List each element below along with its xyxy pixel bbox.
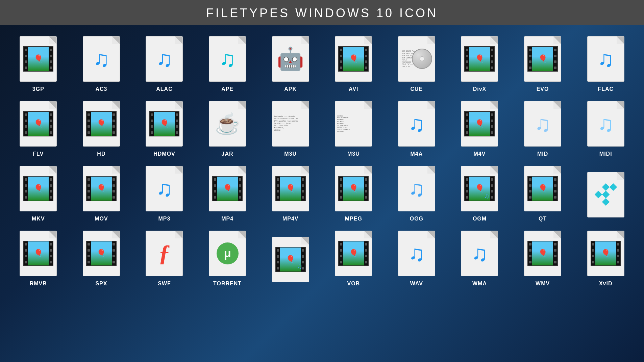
android-icon: 🤖 xyxy=(277,46,304,72)
music-note-icon: ♫ xyxy=(156,178,173,200)
icon-ac3[interactable]: ♫ AC3 xyxy=(70,30,133,95)
label-divx: DivX xyxy=(473,86,487,92)
label-mp4: MP4 xyxy=(221,216,233,222)
label-evo: EVO xyxy=(537,86,549,92)
label-alac: ALAC xyxy=(156,86,172,92)
label-mp3: MP3 xyxy=(158,216,171,222)
icon-mov[interactable]: 🎈 MOV xyxy=(70,160,133,225)
label-ac3: AC3 xyxy=(95,86,107,92)
row-2: 🎈 FLV 🎈 xyxy=(7,95,637,160)
row-4: 🎈 RMVB 🎈 xyxy=(7,225,637,289)
icon-hd[interactable]: 🎈 HD xyxy=(70,95,133,160)
label-avi: AVI xyxy=(349,86,358,92)
icon-grid: 🎈 3GP ♫ AC3 xyxy=(0,25,644,294)
label-rmvb: RMVB xyxy=(30,281,47,287)
music-note-icon: ♫ xyxy=(156,48,173,70)
icon-flac[interactable]: ♫ FLAC xyxy=(574,30,637,95)
icon-mid[interactable]: ♫ MID xyxy=(511,95,574,160)
label-jar: JAR xyxy=(222,151,233,157)
icon-evo[interactable]: 🎈 EVO xyxy=(511,30,574,95)
label-wma: WMA xyxy=(472,281,487,287)
icon-m3u[interactable]: Read media .... Generic online.accounts.… xyxy=(259,95,322,160)
label-flac: FLAC xyxy=(598,86,614,92)
page-title: FILETYPES WINDOWS 10 ICON xyxy=(0,6,644,20)
label-spx: SPX xyxy=(95,281,107,287)
label-cue: CUE xyxy=(411,86,423,92)
music-note-icon: ♫ xyxy=(597,48,614,70)
label-m3u-2: M3U xyxy=(347,151,360,157)
icon-hdmov[interactable]: 🎈 HDMOV xyxy=(133,95,196,160)
label-m4v: M4V xyxy=(474,151,486,157)
label-mkv: MKV xyxy=(32,216,45,222)
icon-mp4[interactable]: 🎈 MP4 xyxy=(196,160,259,225)
icon-ogm[interactable]: 🎈♫ OGM xyxy=(448,160,511,225)
label-qt: QT xyxy=(539,216,547,222)
icon-jar[interactable]: ☕ JAR xyxy=(196,95,259,160)
icon-mkv[interactable]: 🎈 MKV xyxy=(7,160,70,225)
label-ogm: OGM xyxy=(473,216,487,222)
music-note-icon: ♫ xyxy=(535,111,551,136)
music-note-icon: ♫ xyxy=(408,176,425,201)
label-mp4v: MP4V xyxy=(282,216,299,222)
icon-vob[interactable]: 🎈 VOB xyxy=(322,225,385,289)
icon-3gp[interactable]: 🎈 3GP xyxy=(7,30,70,95)
label-3gp: 3GP xyxy=(32,86,44,92)
icon-m4a[interactable]: ♫ M4A xyxy=(385,95,448,160)
label-xvid: XviD xyxy=(599,281,613,287)
label-ape: APE xyxy=(221,86,233,92)
icon-apk[interactable]: 🤖 APK xyxy=(259,30,322,95)
icon-m4v[interactable]: 🎈 M4V xyxy=(448,95,511,160)
icon-avi[interactable]: 🎈 AVI xyxy=(322,30,385,95)
label-m4a: M4A xyxy=(411,151,423,157)
icon-torrent[interactable]: μ TORRENT xyxy=(196,225,259,289)
music-note-icon: ♫ xyxy=(408,113,425,135)
icon-ape[interactable]: ♫ APE xyxy=(196,30,259,95)
header: FILETYPES WINDOWS 10 ICON xyxy=(0,0,644,25)
label-ogg: OGG xyxy=(410,216,423,222)
label-apk: APK xyxy=(284,86,297,92)
music-note-icon: ♫ xyxy=(408,242,425,264)
label-flv: FLV xyxy=(33,151,44,157)
icon-wmv[interactable]: 🎈 WMV xyxy=(511,225,574,289)
icon-xvid[interactable]: 🎈 XviD xyxy=(574,225,637,289)
icon-qt-diamond[interactable] xyxy=(574,160,637,225)
icon-mp3[interactable]: ♫ MP3 xyxy=(133,160,196,225)
icon-m3u2[interactable]: #EXTM3U #EXT-X-VERSION #EXTM3U2 TD:~Mixe… xyxy=(322,95,385,160)
icon-ogg[interactable]: ♫ OGG xyxy=(385,160,448,225)
icon-mp4v[interactable]: 🎈 MP4V xyxy=(259,160,322,225)
label-torrent: TORRENT xyxy=(213,281,242,287)
icon-spx[interactable]: 🎈 SPX xyxy=(70,225,133,289)
icon-swf[interactable]: ƒ SWF xyxy=(133,225,196,289)
icon-wma[interactable]: ♫ WMA xyxy=(448,225,511,289)
label-wav: WAV xyxy=(410,281,423,287)
java-icon: ☕ xyxy=(215,112,240,136)
label-vob: VOB xyxy=(347,281,360,287)
music-note-icon: ♫ xyxy=(471,242,488,264)
label-mpeg: MPEG xyxy=(345,216,362,222)
icon-cue[interactable]: REM GENRE PopREM DATE 2016REM DISCIDREM … xyxy=(385,30,448,95)
icon-rmvb[interactable]: 🎈 RMVB xyxy=(7,225,70,289)
music-note-icon: ♫ xyxy=(597,111,614,136)
icon-wav[interactable]: ♫ WAV xyxy=(385,225,448,289)
music-note-icon: ♫ xyxy=(219,48,236,70)
row-3: 🎈 MKV 🎈 xyxy=(7,160,637,225)
icon-mpeg[interactable]: 🎈 MPEG xyxy=(322,160,385,225)
label-hd: HD xyxy=(97,151,105,157)
icon-alac[interactable]: ♫ ALAC xyxy=(133,30,196,95)
label-swf: SWF xyxy=(158,281,171,287)
label-mid: MID xyxy=(537,151,548,157)
icon-qt-video[interactable]: 🎈 QT xyxy=(511,160,574,225)
icon-video-audio[interactable]: 🎈♫ xyxy=(259,225,322,289)
label-mov: MOV xyxy=(95,216,108,222)
row-1: 🎈 3GP ♫ AC3 xyxy=(7,30,637,95)
flash-icon: ƒ xyxy=(158,240,170,267)
label-wmv: WMV xyxy=(536,281,550,287)
icon-divx[interactable]: 🎈 DivX xyxy=(448,30,511,95)
label-midi: MIDI xyxy=(599,151,612,157)
music-note-icon: ♫ xyxy=(93,48,110,70)
label-m3u-1: M3U xyxy=(284,151,297,157)
icon-midi[interactable]: ♫ MIDI xyxy=(574,95,637,160)
torrent-icon: μ xyxy=(217,242,239,264)
icon-flv[interactable]: 🎈 FLV xyxy=(7,95,70,160)
label-hdmov: HDMOV xyxy=(153,151,175,157)
